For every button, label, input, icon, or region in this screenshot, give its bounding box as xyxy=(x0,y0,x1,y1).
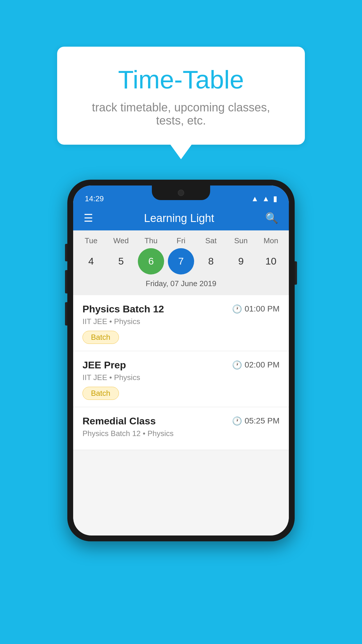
item-1-subtitle: IIT JEE • Physics xyxy=(82,317,280,326)
item-1-batch-badge: Batch xyxy=(82,331,119,344)
schedule-item-2[interactable]: JEE Prep 🕐 02:00 PM IIT JEE • Physics Ba… xyxy=(73,351,289,407)
day-9[interactable]: 9 xyxy=(228,248,254,274)
power-button xyxy=(295,261,297,285)
item-2-header: JEE Prep 🕐 02:00 PM xyxy=(82,359,280,371)
schedule-item-1[interactable]: Physics Batch 12 🕐 01:00 PM IIT JEE • Ph… xyxy=(73,295,289,351)
clock-icon-1: 🕐 xyxy=(232,304,242,314)
schedule-list: Physics Batch 12 🕐 01:00 PM IIT JEE • Ph… xyxy=(73,295,289,450)
day-numbers: 4 5 6 7 8 9 10 xyxy=(73,248,289,279)
search-icon[interactable]: 🔍 xyxy=(265,212,278,224)
item-3-title: Remedial Class xyxy=(82,415,156,427)
item-3-time: 🕐 05:25 PM xyxy=(232,416,280,426)
day-10[interactable]: 10 xyxy=(258,248,284,274)
item-2-subtitle: IIT JEE • Physics xyxy=(82,373,280,382)
volume-up-button xyxy=(65,270,67,293)
day-4[interactable]: 4 xyxy=(78,248,104,274)
volume-down-button xyxy=(65,302,67,326)
item-1-time-value: 01:00 PM xyxy=(245,304,280,314)
day-6-today[interactable]: 6 xyxy=(138,248,164,274)
app-title: Learning Light xyxy=(144,212,214,225)
phone-frame: 14:29 ▲ ▲ ▮ ☰ Learning Light 🔍 xyxy=(67,180,295,541)
item-1-header: Physics Batch 12 🕐 01:00 PM xyxy=(82,303,280,315)
battery-icon: ▮ xyxy=(273,194,277,203)
phone-notch xyxy=(152,186,210,200)
day-7-selected[interactable]: 7 xyxy=(168,248,194,274)
day-header-thu: Thu xyxy=(138,236,164,245)
item-3-header: Remedial Class 🕐 05:25 PM xyxy=(82,415,280,427)
item-2-time-value: 02:00 PM xyxy=(245,360,280,370)
mute-button xyxy=(65,244,67,261)
item-2-batch-badge: Batch xyxy=(82,387,119,400)
item-2-time: 🕐 02:00 PM xyxy=(232,360,280,370)
day-header-sat: Sat xyxy=(198,236,224,245)
bubble-subtitle: track timetable, upcoming classes, tests… xyxy=(80,101,282,127)
front-camera xyxy=(178,190,184,196)
schedule-item-3[interactable]: Remedial Class 🕐 05:25 PM Physics Batch … xyxy=(73,407,289,450)
day-headers: Tue Wed Thu Fri Sat Sun Mon xyxy=(73,236,289,248)
item-2-title: JEE Prep xyxy=(82,359,126,371)
day-header-fri: Fri xyxy=(168,236,194,245)
day-header-mon: Mon xyxy=(258,236,284,245)
day-header-sun: Sun xyxy=(228,236,254,245)
phone-screen: 14:29 ▲ ▲ ▮ ☰ Learning Light 🔍 xyxy=(73,186,289,536)
day-8[interactable]: 8 xyxy=(198,248,224,274)
item-3-subtitle: Physics Batch 12 • Physics xyxy=(82,429,280,438)
clock-icon-3: 🕐 xyxy=(232,416,242,426)
app-bar: ☰ Learning Light 🔍 xyxy=(73,206,289,230)
clock-icon-2: 🕐 xyxy=(232,360,242,370)
item-1-title: Physics Batch 12 xyxy=(82,303,164,315)
day-header-wed: Wed xyxy=(108,236,134,245)
item-1-time: 🕐 01:00 PM xyxy=(232,304,280,314)
item-3-time-value: 05:25 PM xyxy=(245,416,280,426)
phone-mockup: 14:29 ▲ ▲ ▮ ☰ Learning Light 🔍 xyxy=(67,180,295,541)
status-icons: ▲ ▲ ▮ xyxy=(251,194,277,203)
wifi-icon: ▲ xyxy=(251,194,259,203)
bubble-title: Time-Table xyxy=(80,64,282,95)
signal-icon: ▲ xyxy=(262,194,270,203)
day-5[interactable]: 5 xyxy=(108,248,134,274)
speech-bubble-card: Time-Table track timetable, upcoming cla… xyxy=(57,47,305,145)
day-header-tue: Tue xyxy=(78,236,104,245)
calendar-strip: Tue Wed Thu Fri Sat Sun Mon 4 5 6 7 8 9 … xyxy=(73,230,289,295)
selected-date-label: Friday, 07 June 2019 xyxy=(73,279,289,292)
status-time: 14:29 xyxy=(85,194,104,203)
hamburger-icon[interactable]: ☰ xyxy=(84,213,93,223)
